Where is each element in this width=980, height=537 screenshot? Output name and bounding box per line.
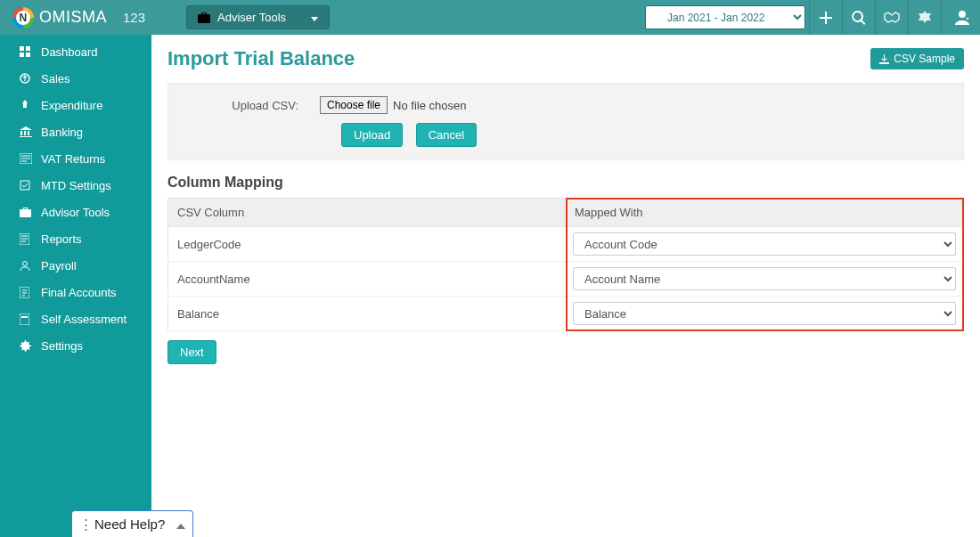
next-button[interactable]: Next bbox=[167, 340, 216, 364]
sidebar-item-label: Sales bbox=[41, 72, 70, 85]
logo: N OMISMA bbox=[0, 7, 107, 28]
svg-rect-3 bbox=[26, 53, 30, 57]
mapping-row: Balance Balance bbox=[168, 297, 964, 331]
adviser-tools-label: Adviser Tools bbox=[217, 11, 286, 24]
need-help-widget[interactable]: ⋮ Need Help? bbox=[71, 510, 193, 537]
sidebar: Dashboard Sales Expenditure Banking VAT … bbox=[0, 35, 151, 537]
csv-column-header: CSV Column bbox=[168, 199, 567, 227]
upload-csv-label: Upload CSV: bbox=[186, 99, 320, 112]
sidebar-item-label: MTD Settings bbox=[41, 179, 111, 192]
logo-mark-icon: N bbox=[12, 7, 34, 28]
caret-down-icon bbox=[311, 11, 318, 24]
sidebar-item-dashboard[interactable]: Dashboard bbox=[0, 38, 151, 65]
search-button[interactable] bbox=[842, 0, 875, 35]
page-title: Import Trial Balance bbox=[167, 47, 355, 70]
dashboard-icon bbox=[20, 46, 37, 57]
csv-sample-button[interactable]: CSV Sample bbox=[870, 48, 964, 69]
sidebar-item-label: Banking bbox=[41, 126, 83, 139]
mapped-with-select[interactable]: Account Code bbox=[573, 232, 956, 256]
svg-rect-9 bbox=[20, 313, 29, 325]
banking-icon bbox=[20, 126, 37, 137]
sidebar-item-settings[interactable]: Settings bbox=[0, 332, 151, 359]
sidebar-item-self-assessment[interactable]: Self Assessment bbox=[0, 305, 151, 332]
sidebar-item-vat-returns[interactable]: VAT Returns bbox=[0, 145, 151, 172]
upload-panel: Upload CSV: Choose file No file chosen U… bbox=[167, 83, 964, 160]
expenditure-icon bbox=[20, 100, 37, 110]
sidebar-item-payroll[interactable]: Payroll bbox=[0, 252, 151, 279]
sidebar-item-label: Final Accounts bbox=[41, 286, 117, 299]
sidebar-item-final-accounts[interactable]: Final Accounts bbox=[0, 279, 151, 305]
handshake-button[interactable] bbox=[875, 0, 908, 35]
svg-rect-1 bbox=[26, 46, 30, 51]
svg-rect-0 bbox=[20, 46, 24, 51]
final-accounts-icon bbox=[20, 287, 37, 298]
sidebar-item-label: Reports bbox=[41, 232, 82, 246]
sidebar-item-label: Advisor Tools bbox=[41, 206, 110, 219]
sidebar-item-mtd-settings[interactable]: MTD Settings bbox=[0, 172, 151, 199]
crest-button[interactable] bbox=[908, 0, 941, 35]
choose-file-button[interactable]: Choose file bbox=[320, 96, 388, 114]
csv-column-cell: LedgerCode bbox=[168, 227, 567, 262]
column-mapping-title: Column Mapping bbox=[167, 175, 964, 191]
csv-column-cell: AccountName bbox=[168, 262, 567, 297]
reports-icon bbox=[20, 233, 37, 245]
csv-column-cell: Balance bbox=[168, 297, 567, 331]
mapped-with-select[interactable]: Balance bbox=[573, 302, 956, 325]
payroll-icon bbox=[20, 260, 37, 271]
sidebar-item-label: Payroll bbox=[41, 259, 77, 273]
sidebar-item-banking[interactable]: Banking bbox=[0, 118, 151, 145]
sidebar-item-expenditure[interactable]: Expenditure bbox=[0, 92, 151, 118]
user-menu[interactable] bbox=[941, 0, 980, 35]
sidebar-item-label: Dashboard bbox=[41, 45, 98, 59]
sidebar-item-label: Settings bbox=[41, 339, 83, 353]
mapped-with-select[interactable]: Account Name bbox=[573, 267, 956, 290]
cancel-button[interactable]: Cancel bbox=[416, 123, 477, 147]
page-header: Import Trial Balance CSV Sample bbox=[167, 47, 964, 70]
period-select[interactable]: Jan 2021 - Jan 2022 bbox=[645, 5, 805, 29]
main-content: Import Trial Balance CSV Sample Upload C… bbox=[151, 35, 980, 537]
mapping-row: LedgerCode Account Code bbox=[168, 227, 964, 262]
brand-text: OMISMA bbox=[39, 8, 107, 27]
chevron-up-icon bbox=[176, 517, 185, 532]
add-button[interactable] bbox=[809, 0, 842, 35]
drag-handle-icon: ⋮ bbox=[79, 517, 91, 533]
topbar-right: Jan 2021 - Jan 2022 bbox=[645, 0, 980, 35]
upload-button[interactable]: Upload bbox=[341, 123, 403, 147]
period-dropdown[interactable]: Jan 2021 - Jan 2022 bbox=[645, 5, 805, 29]
sidebar-item-label: VAT Returns bbox=[41, 152, 105, 166]
vat-icon bbox=[20, 153, 37, 164]
client-code: 123 bbox=[123, 10, 145, 25]
sales-icon bbox=[20, 73, 37, 84]
need-help-label: Need Help? bbox=[94, 517, 165, 532]
topbar: N OMISMA 123 Adviser Tools Jan 2021 - Ja… bbox=[0, 0, 980, 35]
sidebar-item-sales[interactable]: Sales bbox=[0, 65, 151, 92]
mapped-with-header: Mapped With bbox=[566, 199, 964, 227]
svg-point-7 bbox=[23, 262, 28, 266]
download-icon bbox=[879, 54, 889, 64]
mtd-icon bbox=[20, 180, 37, 191]
self-assessment-icon bbox=[20, 313, 37, 325]
column-mapping-table: CSV Column Mapped With LedgerCode Accoun… bbox=[167, 198, 964, 331]
adviser-tools-dropdown[interactable]: Adviser Tools bbox=[186, 5, 330, 29]
no-file-chosen-text: No file chosen bbox=[393, 99, 466, 112]
sidebar-item-reports[interactable]: Reports bbox=[0, 225, 151, 252]
sidebar-item-label: Self Assessment bbox=[41, 313, 127, 326]
briefcase-icon bbox=[20, 207, 37, 217]
sidebar-item-advisor-tools[interactable]: Advisor Tools bbox=[0, 199, 151, 225]
sidebar-item-label: Expenditure bbox=[41, 99, 102, 112]
svg-rect-2 bbox=[20, 53, 24, 57]
mapping-row: AccountName Account Name bbox=[168, 262, 964, 297]
briefcase-icon bbox=[198, 12, 210, 23]
gear-icon bbox=[20, 340, 37, 352]
csv-sample-label: CSV Sample bbox=[894, 53, 955, 65]
